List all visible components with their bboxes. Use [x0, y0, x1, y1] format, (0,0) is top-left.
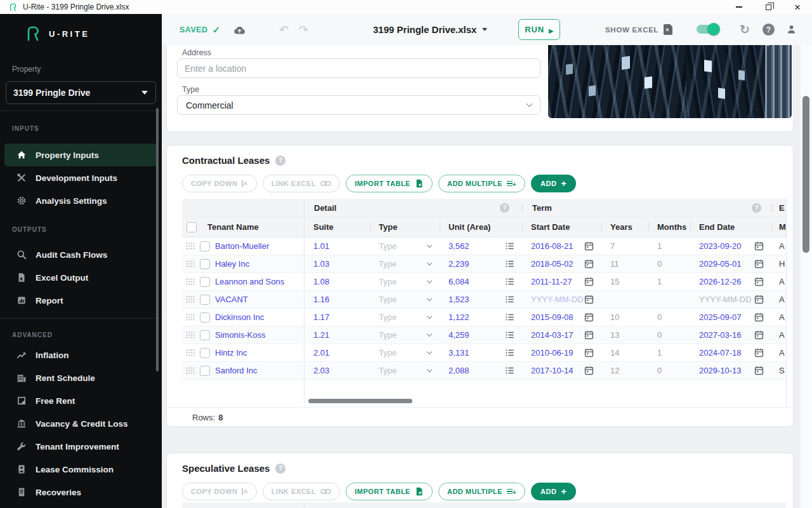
- row-checkbox[interactable]: [200, 241, 210, 251]
- help-button[interactable]: [763, 23, 775, 36]
- file-name-dropdown[interactable]: 3199 Pringle Drive.xlsx: [373, 14, 487, 45]
- drag-handle-icon[interactable]: [186, 331, 195, 338]
- unit-area-cell[interactable]: 2,088: [440, 362, 522, 379]
- row-checkbox[interactable]: [200, 312, 210, 323]
- list-icon[interactable]: [505, 330, 514, 340]
- calendar-icon[interactable]: [754, 330, 764, 340]
- suite-cell[interactable]: 1.16: [304, 291, 370, 308]
- help-icon[interactable]: [275, 464, 285, 474]
- sync-button[interactable]: [740, 14, 750, 45]
- row-checkbox[interactable]: [200, 277, 210, 287]
- suite-cell[interactable]: 1.08: [304, 273, 370, 290]
- months-cell[interactable]: 1: [648, 237, 690, 255]
- add-multiple-button[interactable]: ADD MULTIPLE +: [438, 175, 525, 192]
- type-dropdown-cell[interactable]: Type: [370, 326, 440, 344]
- user-account-button[interactable]: [786, 14, 797, 45]
- suite-cell[interactable]: 1.03: [304, 255, 370, 272]
- suite-cell[interactable]: 2.03: [304, 362, 370, 379]
- add-button[interactable]: ADD: [531, 483, 576, 500]
- drag-handle-icon[interactable]: [186, 367, 195, 374]
- drag-handle-icon[interactable]: [186, 296, 195, 303]
- help-icon[interactable]: [275, 156, 285, 166]
- type-dropdown-cell[interactable]: Type: [370, 344, 440, 361]
- calendar-icon[interactable]: [584, 241, 594, 251]
- calendar-icon[interactable]: [584, 312, 594, 322]
- calendar-icon[interactable]: [584, 295, 594, 304]
- sidebar-item-lease-commission[interactable]: Lease Commission: [4, 458, 157, 481]
- type-dropdown-cell[interactable]: Type: [370, 309, 440, 326]
- tenant-name-link[interactable]: Barton-Mueller: [215, 241, 269, 251]
- end-date-cell[interactable]: YYYY-MM-DD: [690, 291, 771, 308]
- link-excel-button[interactable]: LINK EXCEL: [263, 483, 340, 500]
- sidebar-scrollbar[interactable]: [156, 108, 159, 371]
- help-icon[interactable]: [500, 203, 509, 213]
- tenant-name-link[interactable]: Dickinson Inc: [215, 312, 264, 322]
- type-dropdown-cell[interactable]: Type: [370, 237, 440, 255]
- tenant-name-link[interactable]: Leannon and Sons: [215, 277, 284, 286]
- end-date-cell[interactable]: 2029-05-01: [690, 255, 771, 272]
- row-checkbox[interactable]: [200, 259, 210, 269]
- end-date-cell[interactable]: 2024-07-18: [690, 344, 771, 361]
- years-cell[interactable]: 13: [601, 326, 648, 344]
- list-icon[interactable]: [505, 348, 514, 358]
- start-date-cell[interactable]: YYYY-MM-DD: [522, 291, 601, 308]
- row-checkbox[interactable]: [200, 348, 210, 358]
- drag-handle-icon[interactable]: [186, 278, 195, 285]
- undo-button[interactable]: [279, 14, 289, 45]
- start-date-cell[interactable]: 2015-09-08: [522, 309, 601, 326]
- sidebar-item-tenant-improvement[interactable]: Tenant Improvement: [4, 435, 157, 458]
- property-selector[interactable]: 3199 Pringle Drive: [6, 81, 156, 104]
- next-col-cell[interactable]: A: [771, 344, 786, 361]
- months-cell[interactable]: 0: [648, 255, 690, 272]
- sidebar-item-rent-schedule[interactable]: Rent Schedule: [4, 366, 157, 389]
- import-table-button[interactable]: IMPORT TABLE: [346, 175, 433, 192]
- row-checkbox[interactable]: [200, 330, 210, 340]
- next-col-cell[interactable]: A: [771, 273, 786, 290]
- start-date-cell[interactable]: 2017-10-14: [522, 362, 601, 379]
- list-icon[interactable]: [505, 366, 514, 375]
- months-cell[interactable]: 0: [648, 309, 690, 326]
- list-icon[interactable]: [505, 295, 514, 304]
- import-table-button[interactable]: IMPORT TABLE: [346, 483, 433, 500]
- redo-button[interactable]: [299, 14, 308, 45]
- tenant-name-link[interactable]: Haley Inc: [215, 259, 249, 269]
- calendar-icon[interactable]: [754, 312, 764, 322]
- select-all-checkbox[interactable]: [187, 222, 197, 232]
- show-excel-toggle[interactable]: [697, 25, 718, 34]
- calendar-icon[interactable]: [754, 348, 764, 358]
- drag-handle-icon[interactable]: [186, 349, 195, 356]
- months-cell[interactable]: 0: [648, 326, 690, 344]
- tenant-name-link[interactable]: Simonis-Koss: [215, 330, 265, 340]
- close-button[interactable]: [783, 0, 812, 14]
- type-dropdown-cell[interactable]: Type: [370, 291, 440, 308]
- calendar-icon[interactable]: [584, 259, 594, 269]
- next-col-cell[interactable]: A: [771, 309, 786, 326]
- months-cell[interactable]: 1: [648, 344, 690, 361]
- suite-cell[interactable]: 2.01: [304, 344, 370, 361]
- drag-handle-icon[interactable]: [186, 314, 195, 321]
- unit-area-cell[interactable]: 4,259: [440, 326, 522, 344]
- cloud-sync-button[interactable]: [233, 14, 246, 45]
- calendar-icon[interactable]: [584, 348, 594, 358]
- calendar-icon[interactable]: [584, 366, 594, 375]
- years-cell[interactable]: [601, 291, 648, 308]
- sidebar-item-excel-output[interactable]: Excel Output: [4, 266, 157, 289]
- unit-area-cell[interactable]: 1,523: [440, 291, 522, 308]
- copy-down-button[interactable]: COPY DOWN A: [182, 483, 257, 500]
- drag-handle-icon[interactable]: [186, 243, 195, 250]
- months-cell[interactable]: [648, 291, 690, 308]
- sidebar-item-analysis-settings[interactable]: Analysis Settings: [4, 189, 157, 212]
- type-dropdown-cell[interactable]: Type: [370, 362, 440, 379]
- unit-area-cell[interactable]: 1,122: [440, 309, 522, 326]
- address-input[interactable]: [177, 58, 540, 78]
- list-icon[interactable]: [505, 277, 514, 286]
- start-date-cell[interactable]: 2011-11-27: [522, 273, 601, 290]
- months-cell[interactable]: 0: [648, 362, 690, 379]
- years-cell[interactable]: 10: [601, 309, 648, 326]
- calendar-icon[interactable]: [754, 366, 764, 375]
- sidebar-item-inflation[interactable]: Inflation: [4, 344, 157, 366]
- type-select[interactable]: Commercial: [177, 95, 540, 115]
- end-date-cell[interactable]: 2029-10-13: [690, 362, 771, 379]
- end-date-cell[interactable]: 2026-12-26: [690, 273, 771, 290]
- tenant-name-link[interactable]: Hintz Inc: [215, 348, 247, 358]
